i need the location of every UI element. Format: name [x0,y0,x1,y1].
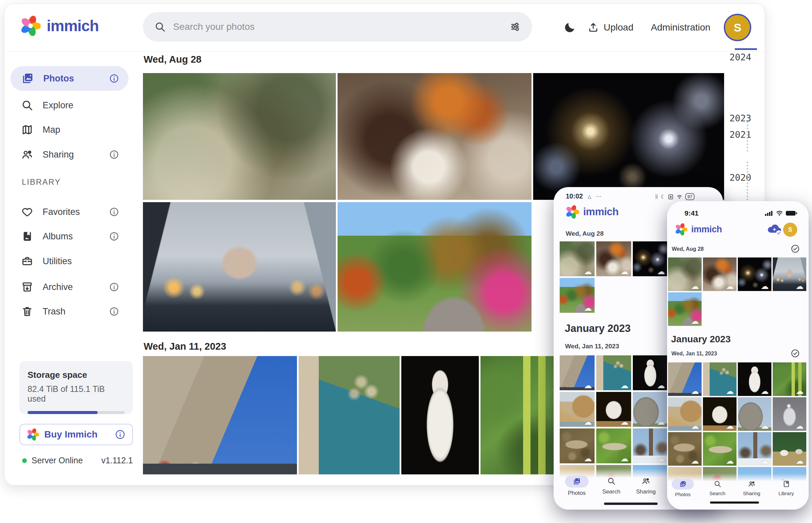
photo-fireworks[interactable] [533,73,724,200]
home-indicator[interactable] [604,503,658,505]
cloud-backup-icon: ☁ [796,387,804,395]
photo-coastal-town[interactable]: ☁ [703,362,737,396]
cloud-backup-icon: ☁ [584,304,592,312]
sidebar-item-trash[interactable]: Trash [11,301,128,323]
dark-mode-toggle[interactable] [558,21,582,34]
info-icon[interactable] [109,207,119,217]
user-avatar[interactable]: S [783,222,797,237]
cloud-backup-icon: ☁ [726,422,734,430]
timeline-scrubber-handle[interactable] [735,48,757,50]
info-icon[interactable] [109,231,119,241]
nav-tab-search[interactable]: Search [701,480,733,496]
sidebar-item-map[interactable]: Map [11,119,128,141]
photo-zoo-monkeys[interactable]: ☁ [668,257,702,291]
photo-lizard-leaves[interactable]: ☁ [668,432,702,466]
sidebar-item-photos[interactable]: Photos [11,66,128,91]
sidebar-item-sharing[interactable]: Sharing [11,144,128,166]
photo-holding-hands[interactable] [143,202,336,331]
photo-fortress-wall[interactable]: ☁ [668,362,702,396]
info-icon[interactable] [109,282,119,292]
cloud-backup-icon: ☁ [726,387,734,395]
date-group-header: Wed, Aug 28 [672,246,704,252]
photo-lizard-leaves[interactable]: ☁ [560,429,594,463]
timeline-year-label[interactable]: 2024 [729,52,751,62]
select-all-check-icon[interactable] [791,244,800,253]
photo-garden-path[interactable]: ☁ [560,278,594,313]
nav-tab-sharing[interactable]: Sharing [736,480,768,496]
info-icon[interactable] [115,429,125,440]
photo-holding-hands[interactable]: ☁ [773,257,806,291]
photo-sea-grapes[interactable] [481,356,556,474]
photo-sea-grapes[interactable]: ☁ [773,362,806,396]
cloud-backup-icon: ☁ [620,418,628,426]
date-group-header: Wed, Aug 28 [566,230,604,237]
sidebar-item-favorites[interactable]: Favorites [11,201,128,223]
info-icon[interactable] [109,149,119,160]
photo-fortress-wall[interactable]: ☁ [560,355,594,390]
photo-marble-bust[interactable] [401,356,479,474]
photo-coastal-town[interactable] [299,356,400,474]
photo-garden-path[interactable]: ☁ [668,292,702,326]
home-indicator[interactable] [710,502,759,504]
cloud-backup-icon: ☁ [796,457,804,465]
photo-lizard-moss[interactable]: ☁ [703,432,737,466]
sidebar-item-archive[interactable]: Archive [11,276,128,298]
administration-link[interactable]: Administration [651,22,710,33]
photo-garden-path[interactable] [338,202,532,331]
photo-snowy-church[interactable]: ☁ [738,432,772,466]
date-group-header: Wed, Aug 28 [144,54,725,65]
photo-zoo-monkeys[interactable]: ☁ [560,241,594,276]
photo-zoo-monkeys[interactable] [143,73,336,200]
immich-logo[interactable]: immich [20,16,99,36]
sidebar-item-albums[interactable]: Albums [11,225,128,248]
photo-dinner-table[interactable] [338,73,532,200]
photo-fireworks[interactable]: ☁ [738,257,772,291]
cloud-backup-icon: ☁ [726,282,734,290]
cloud-sync-icon[interactable] [766,222,782,237]
sidebar-item-utilities[interactable]: Utilities [11,250,128,272]
nav-tab-library[interactable]: Library [770,480,802,496]
nav-tab-search[interactable]: Search [594,477,629,495]
photo-alpine-farm[interactable]: ☁ [773,432,806,466]
photo-beach-cliff[interactable]: ☁ [560,392,594,427]
archive-icon [21,281,33,293]
photo-castle-ruin[interactable]: ☁ [738,397,772,431]
nav-tab-sharing[interactable]: Sharing [628,477,663,495]
photo-snowy-church[interactable]: ☁ [633,429,668,463]
map-icon [21,124,33,136]
photo-fireworks[interactable]: ☁ [633,241,668,276]
user-avatar[interactable]: S [724,14,751,41]
bluetooth-icon: ᚺ [655,194,658,200]
photo-castle-ruin[interactable]: ☁ [633,392,668,427]
photo-fortress-wall[interactable] [143,356,297,474]
phone2-grid-aug: ☁☁☁☁☁ [668,257,806,326]
upload-icon [588,22,599,33]
photo-beach-cliff[interactable]: ☁ [668,397,702,431]
more-dots-icon: ⋯ [596,193,602,199]
info-icon[interactable] [109,73,119,84]
bottom-nav: Photos Search Sharing Library [667,473,809,510]
photo-lizard-moss[interactable]: ☁ [596,429,631,463]
photo-marble-rock[interactable]: ☁ [596,392,631,427]
photo-coastal-town[interactable]: ☁ [596,355,631,390]
album-icon [21,230,33,242]
info-icon[interactable] [109,306,119,317]
buy-immich-button[interactable]: Buy Immich [19,424,133,445]
photo-marble-rock[interactable]: ☁ [703,397,737,431]
search-input[interactable]: Search your photos [143,12,532,41]
photo-silver-trophy[interactable]: ☁ [773,397,806,431]
cloud-backup-icon: ☁ [657,455,665,463]
immich-flower-icon [27,429,39,440]
library-icon [782,480,790,488]
upload-button[interactable]: Upload [588,22,634,33]
photo-dinner-table[interactable]: ☁ [596,241,631,276]
timeline-tick-dots [746,162,748,176]
nav-tab-photos[interactable]: Photos [559,475,594,497]
nav-tab-photos[interactable]: Photos [667,479,699,497]
select-all-check-icon[interactable] [791,349,800,358]
sidebar-item-explore[interactable]: Explore [11,94,128,116]
photo-dinner-table[interactable]: ☁ [703,257,737,291]
search-filter-icon[interactable] [509,21,521,33]
photo-marble-bust[interactable]: ☁ [633,355,668,390]
photo-marble-bust[interactable]: ☁ [738,362,772,396]
